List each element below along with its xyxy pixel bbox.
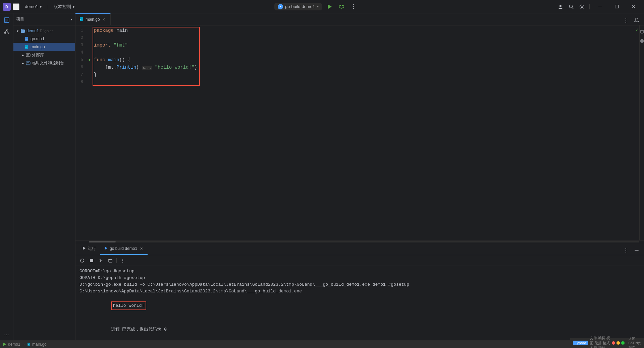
bottom-tabs-right: ⋮ ─: [621, 246, 644, 255]
more-tools-button[interactable]: ···: [1, 329, 12, 340]
editor-right-gutter: ✓: [635, 25, 639, 240]
svg-line-15: [5, 30, 7, 32]
restore-button[interactable]: ❐: [609, 2, 625, 12]
tree-item-temp-files[interactable]: ▸ 临时文件和控制台: [13, 59, 75, 67]
code-editor[interactable]: 1 package main 2 3 import "fmt": [75, 25, 635, 240]
temp-files-icon: [25, 60, 31, 66]
bottom-tabs: 运行 go build demo1 ✕ ⋮ ─: [75, 243, 644, 255]
minimize-button[interactable]: ─: [592, 2, 608, 12]
statusbar: demo1 › go main.go 1:5: [0, 340, 644, 348]
bookmarks-panel-button[interactable]: [639, 28, 644, 35]
svg-point-13: [4, 32, 6, 33]
run-more-icon: ⋮: [351, 3, 356, 10]
tree-item-maingo[interactable]: go main.go: [13, 43, 75, 51]
database-panel-button[interactable]: [639, 38, 644, 44]
typora-close-btn[interactable]: [612, 341, 615, 345]
rerun-button[interactable]: [78, 257, 86, 265]
status-file[interactable]: go main.go: [27, 342, 47, 347]
run-config-name: go build demo1: [285, 4, 315, 9]
svg-rect-38: [109, 260, 112, 262]
typora-minimize-btn[interactable]: [616, 341, 620, 345]
tree-expand-demo1-icon: ▾: [15, 28, 20, 33]
editor-scrollbar-thumb[interactable]: [89, 241, 116, 242]
settings-button[interactable]: [577, 2, 587, 11]
tab-close-button[interactable]: ✕: [102, 17, 106, 22]
svg-text:mod: mod: [25, 38, 28, 40]
svg-text:go: go: [25, 46, 27, 48]
run-button[interactable]: [325, 2, 334, 11]
editor-options-button[interactable]: ⋮: [621, 16, 631, 25]
console-output: GOROOT=D:\go #gosetup GOPATH=D:\gopath #…: [75, 266, 644, 340]
tab-maingo[interactable]: go main.go ✕: [75, 13, 111, 25]
console-line-2: GOPATH=D:\gopath #gosetup: [79, 275, 640, 281]
run-config-selector[interactable]: go build demo1 ▾: [274, 3, 322, 10]
svg-marker-2: [328, 4, 332, 9]
project-menu-button[interactable]: demo1 ▾: [23, 3, 44, 10]
svg-point-4: [559, 5, 561, 7]
console-more-button[interactable]: ⋮: [119, 257, 127, 265]
tree-item-gomod[interactable]: mod go.mod: [13, 35, 75, 43]
external-libs-icon: [25, 52, 31, 58]
close-button[interactable]: ✕: [626, 2, 641, 12]
svg-marker-42: [3, 343, 6, 346]
code-line-6: 6 fmt.Println( a... "hello world!"): [75, 64, 635, 71]
sidebar-tree: ▾ demo1 D:\golar mod go.mod go main.go: [13, 25, 75, 340]
bottom-tab-build[interactable]: go build demo1 ✕: [100, 243, 148, 255]
files-tool-button[interactable]: [1, 15, 12, 25]
status-file-label: main.go: [32, 342, 47, 347]
status-project[interactable]: demo1: [3, 342, 20, 347]
bottom-tab-close-button[interactable]: ✕: [139, 246, 144, 251]
run-tab-icon: [82, 246, 86, 251]
tree-temp-label: 临时文件和控制台: [32, 60, 64, 66]
editor-scrollbar-track: [89, 241, 639, 242]
bottom-panel-minimize-button[interactable]: ─: [632, 246, 641, 255]
code-line-4: 4: [75, 49, 635, 56]
profile-button[interactable]: [556, 2, 565, 11]
svg-marker-32: [105, 247, 107, 250]
typora-maximize-btn[interactable]: [621, 341, 625, 345]
notifications-button[interactable]: [632, 16, 641, 25]
clear-console-button[interactable]: [106, 257, 114, 265]
debug-button[interactable]: [337, 2, 346, 11]
hamburger-menu-button[interactable]: [13, 3, 19, 10]
project-chevron-icon: ▾: [40, 4, 42, 9]
typora-extra-label: 人民 CSDN@写作...: [629, 337, 642, 348]
svg-rect-24: [26, 62, 30, 65]
structure-tool-button[interactable]: [1, 26, 12, 37]
search-button[interactable]: [567, 2, 576, 11]
code-line-8: 8: [75, 78, 635, 86]
editor-tabs: go main.go ✕ ⋮: [75, 13, 644, 25]
file-clean-icon: ✓: [635, 27, 639, 32]
folder-icon: [20, 28, 25, 33]
run-more-button[interactable]: ⋮: [349, 2, 358, 11]
tree-expand-temp-icon: ▸: [20, 60, 25, 66]
code-line-2: 2: [75, 34, 635, 42]
console-line-3: D:\go\bin\go.exe build -o C:\Users\lenov…: [79, 281, 640, 288]
stop-button[interactable]: [88, 257, 96, 265]
tree-item-demo1[interactable]: ▾ demo1 D:\golar: [13, 27, 75, 35]
vcs-label: 版本控制: [54, 4, 71, 10]
scroll-to-end-button[interactable]: [97, 257, 105, 265]
editor-scrollbar[interactable]: [75, 240, 644, 243]
editor-main: 1 package main 2 3 import "fmt": [75, 25, 644, 340]
typora-menu-items: 文件 编辑 视图 段落 格式 主题 帮助: [590, 336, 610, 348]
bottom-toolbar: ⋮: [75, 255, 644, 266]
bottom-tab-run-label: 运行: [88, 246, 96, 252]
project-label: demo1: [25, 4, 38, 9]
typora-area: Typora 文件 编辑 视图 段落 格式 主题 帮助 人民 CSDN@写作..…: [570, 338, 644, 348]
vcs-button[interactable]: 版本控制 ▾: [52, 3, 77, 10]
bottom-panel-options-button[interactable]: ⋮: [621, 246, 631, 255]
svg-text:go: go: [28, 344, 29, 345]
app-icon: D: [3, 3, 11, 11]
run-config-icon: [278, 4, 283, 9]
code-editor-container: 1 package main 2 3 import "fmt": [75, 25, 644, 240]
tree-demo1-label: demo1: [26, 28, 39, 33]
svg-line-16: [7, 30, 8, 32]
tree-item-external-libs[interactable]: ▸ 外部库: [13, 51, 75, 59]
tree-gomod-label: go.mod: [31, 37, 44, 41]
svg-text:go: go: [80, 18, 82, 20]
code-line-5: 5 ▶ func main() {: [75, 56, 635, 64]
sidebar-header: 项目 ▾: [13, 13, 75, 25]
bottom-tab-run[interactable]: 运行: [78, 243, 100, 255]
sidebar: 项目 ▾ ▾ demo1 D:\golar mod go.mod: [13, 13, 75, 340]
